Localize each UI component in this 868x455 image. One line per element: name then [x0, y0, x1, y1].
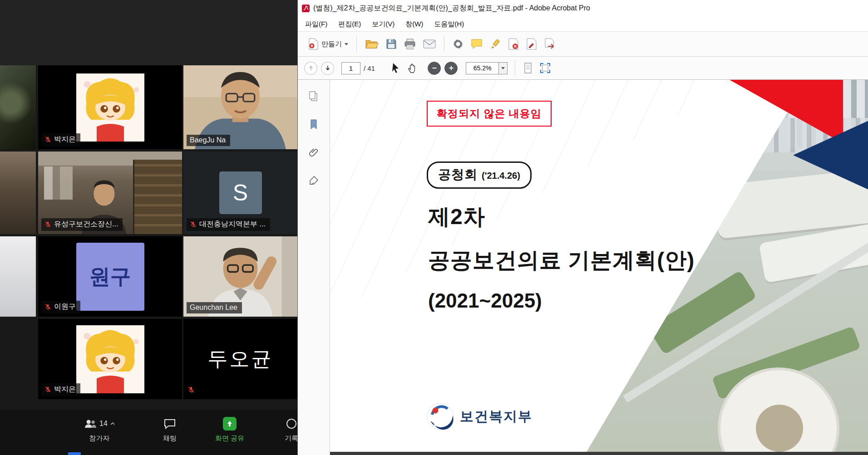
separator [444, 36, 444, 52]
participant-name-label: 대전충남지역본부 ... [187, 218, 270, 231]
document-body: 확정되지 않은 내용임 공청회 ('21.4.26) 제2차 공공보건의료 기본… [298, 80, 868, 455]
chat-label: 채팅 [163, 434, 177, 443]
fit-width-button[interactable] [536, 60, 554, 76]
participant-tile[interactable] [0, 65, 36, 149]
participant-tile[interactable]: 박지은 [38, 65, 182, 149]
menu-help[interactable]: 도움말(H) [429, 18, 469, 31]
video-feed [0, 152, 36, 234]
zoom-window: 박지은 BaegJu Na [0, 0, 297, 455]
menu-window[interactable]: 창(W) [400, 18, 429, 31]
muted-mic-icon [44, 136, 51, 143]
highlighter-icon [490, 39, 501, 49]
signature-icon [308, 175, 319, 186]
people-icon [84, 419, 97, 429]
share-label: 화면 공유 [215, 434, 244, 443]
settings-button[interactable] [449, 36, 467, 52]
participant-name-label: BaegJu Na [187, 135, 230, 146]
prev-page-button[interactable] [304, 62, 317, 75]
participants-button[interactable]: 14 참가자 [84, 417, 115, 443]
export-button[interactable] [541, 36, 560, 52]
zoom-dropdown-button[interactable] [498, 62, 508, 74]
participant-tile[interactable]: 유성구보건소장신... [38, 152, 182, 234]
participant-name: 대전충남지역본부 ... [199, 220, 266, 229]
taskbar-peek [68, 452, 81, 455]
participant-tile[interactable]: S 대전충남지역본부 ... [183, 152, 297, 234]
participant-tile[interactable] [0, 152, 36, 234]
create-button[interactable]: 만들기 [304, 36, 352, 52]
window-title: (별첨)_제2차_공공보건의료_기본계획(안)_공청회_발표_자료.pdf - … [313, 4, 590, 13]
ministry-logo-icon [427, 403, 454, 430]
chevron-down-icon [345, 43, 348, 47]
hearing-badge: 공청회 ('21.4.26) [427, 161, 532, 189]
slide-title-line1: 제2차 [428, 202, 485, 231]
participant-name: 유성구보건소장신... [54, 220, 118, 229]
anime-avatar-image [76, 73, 144, 142]
participants-label: 참가자 [89, 434, 109, 443]
zoom-in-button[interactable] [444, 62, 458, 75]
next-page-button[interactable] [321, 62, 334, 75]
select-tool-button[interactable] [388, 60, 404, 76]
open-button[interactable] [361, 36, 382, 52]
fill-sign-button[interactable] [523, 36, 541, 52]
save-button[interactable] [382, 36, 400, 52]
participant-tile[interactable]: Geunchan Lee [183, 236, 297, 317]
titlebar: (별첨)_제2차_공공보건의료_기본계획(안)_공청회_발표_자료.pdf - … [298, 0, 868, 17]
open-folder-icon [365, 39, 379, 49]
chat-icon [164, 418, 176, 429]
bookmark-icon [309, 119, 318, 130]
muted-mic-icon [190, 221, 197, 228]
zoom-level-input[interactable]: 65.2% [466, 62, 498, 74]
pages-icon [308, 91, 319, 102]
participant-name: Geunchan Lee [190, 303, 237, 312]
comment-button[interactable] [467, 36, 486, 52]
share-screen-button[interactable]: 화면 공유 [215, 417, 244, 443]
menu-view[interactable]: 보기(V) [366, 18, 400, 31]
page-scroll-icon [523, 63, 533, 73]
document-export-icon [544, 38, 556, 50]
pdf-file-icon [302, 5, 310, 12]
menu-file[interactable]: 파일(F) [300, 18, 333, 31]
page-number-input[interactable]: 1 [341, 62, 360, 74]
highlight-button[interactable] [486, 36, 504, 52]
pdf-page: 확정되지 않은 내용임 공청회 ('21.4.26) 제2차 공공보건의료 기본… [330, 80, 868, 452]
participant-tile[interactable]: 원구 이원구 [38, 236, 182, 317]
avatar-letter: S [233, 180, 248, 206]
badge-date: ('21.4.26) [482, 171, 520, 181]
chevron-up-icon[interactable] [110, 422, 115, 426]
print-button[interactable] [400, 36, 419, 52]
participant-tile[interactable]: BaegJu Na [183, 65, 297, 149]
menu-edit[interactable]: 편집(E) [333, 18, 366, 31]
participant-name-label: 유성구보건소장신... [41, 218, 123, 231]
muted-mic-icon [187, 386, 195, 395]
gear-icon [453, 39, 464, 49]
participant-tile[interactable] [0, 236, 36, 317]
separator [356, 36, 357, 52]
participant-tile[interactable]: 박지은 [38, 319, 182, 399]
document-x-icon [508, 38, 519, 50]
attachments-panel-button[interactable] [304, 143, 324, 161]
participant-tile[interactable]: 두오균 [183, 319, 297, 399]
hand-tool-button[interactable] [404, 60, 421, 76]
muted-mic-icon [44, 303, 51, 310]
zoom-out-button[interactable] [428, 62, 441, 75]
comment-bubble-icon [471, 39, 483, 49]
fit-page-icon [540, 63, 551, 73]
muted-mic-icon [44, 386, 51, 393]
record-label: 기록 [285, 434, 297, 443]
thumbnails-panel-button[interactable] [304, 87, 324, 105]
record-button[interactable]: 기록 [285, 417, 297, 443]
video-feed [0, 236, 36, 317]
print-icon [404, 39, 416, 49]
signatures-panel-button[interactable] [304, 171, 324, 190]
chat-button[interactable]: 채팅 [163, 417, 177, 443]
sign-button[interactable] [504, 36, 523, 52]
navigation-panel-strip [298, 80, 330, 455]
participant-name: 박지은 [54, 385, 76, 394]
email-button[interactable] [419, 37, 439, 51]
document-pen-icon [526, 38, 537, 50]
scroll-mode-button[interactable] [520, 60, 536, 76]
ministry-logo-group: 보건복지부 [427, 403, 533, 430]
bookmarks-panel-button[interactable] [304, 115, 324, 133]
muted-mic-icon [44, 221, 51, 228]
document-area[interactable]: 확정되지 않은 내용임 공청회 ('21.4.26) 제2차 공공보건의료 기본… [330, 80, 868, 455]
